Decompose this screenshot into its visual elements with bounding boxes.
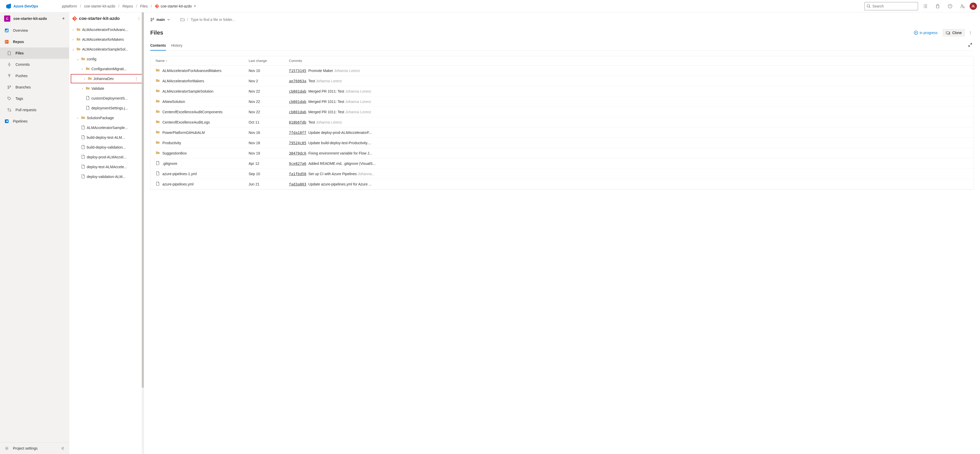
table-row[interactable]: ALMAcceleratorForAdvancedMakersNov 10f15… [151, 65, 974, 76]
tree-scrollbar[interactable] [142, 13, 144, 454]
tree-file[interactable]: build-deploy-test-ALM... [69, 133, 144, 142]
collapse-icon[interactable] [60, 446, 65, 451]
marketplace-icon-button[interactable] [932, 1, 943, 11]
commit-hash-link[interactable]: cb801dab [289, 100, 306, 104]
sidebar-item-pull-requests[interactable]: Pull requests [0, 104, 69, 116]
tab-history[interactable]: History [171, 41, 183, 51]
tree-folder[interactable]: › ConfigurationMigrati... [69, 64, 144, 74]
table-row[interactable]: PowerPlatformGitHubALMNov 167fda18ff Upd… [151, 127, 974, 138]
tab-contents[interactable]: Contents [150, 41, 166, 51]
tree-folder[interactable]: › ALMAcceleratorForAdvanc... [69, 25, 144, 35]
commit-hash-link[interactable]: f1573145 [289, 68, 306, 73]
commit-hash-link[interactable]: cb801dab [289, 110, 306, 114]
tree-folder[interactable]: › SolutionPackage [69, 113, 144, 123]
tree-file[interactable]: ALMAcceleratorSample... [69, 123, 144, 133]
commit-hash-link[interactable]: 79524c85 [289, 141, 306, 145]
boards-icon-button[interactable] [920, 1, 931, 11]
commit-hash-link[interactable]: cb801dab [289, 89, 306, 94]
tree-header[interactable]: coe-starter-kit-azdo ⋮ [69, 13, 144, 25]
tree-folder[interactable]: › ALMAcceleratorforMakers [69, 35, 144, 44]
tree-file[interactable]: build-deploy-validation... [69, 142, 144, 152]
last-change-date: Nov 2 [249, 79, 289, 83]
tree-file[interactable]: deploy-test-ALMAccele... [69, 162, 144, 172]
svg-point-4 [961, 5, 963, 6]
breadcrumb-org[interactable]: pplatform [62, 4, 77, 8]
chevron-down-icon [193, 5, 196, 8]
chevron-icon: › [83, 77, 86, 80]
sidebar-item-label: Repos [13, 40, 24, 44]
more-icon-button[interactable]: ⋮ [137, 16, 141, 21]
tree-folder[interactable]: ⌄ config [69, 54, 144, 64]
sidebar-item-label: Pushes [16, 74, 28, 78]
table-row[interactable]: .gitignoreApr 129ce827a6 Added README.md… [151, 159, 974, 169]
project-name: coe-starter-kit-azdo [13, 16, 59, 21]
sidebar-item-label: Branches [16, 85, 31, 89]
breadcrumb-project[interactable]: coe-starter-kit-azdo [84, 4, 115, 8]
tree-item-label: build-deploy-validation... [87, 145, 126, 149]
commit-hash-link[interactable]: fad3a803 [289, 182, 306, 186]
path-input[interactable] [191, 17, 974, 22]
breadcrumb-repos[interactable]: Repos [123, 4, 133, 8]
breadcrumb-sep: / [118, 4, 119, 8]
commit-hash-link[interactable]: 7fda18ff [289, 130, 306, 135]
file-name: azure-pipelines-1.yml [162, 172, 197, 176]
azure-devops-logo[interactable]: Azure DevOps [3, 3, 41, 9]
tree-folder[interactable]: ⌄ ALMAcceleratorSampleSol... [69, 44, 144, 54]
help-icon-button[interactable]: ? [945, 1, 955, 11]
breadcrumb-repo-selector[interactable]: coe-starter-kit-azdo [155, 4, 196, 8]
table-row[interactable]: SuggestionBoxNov 1938470dc6 Fixing envir… [151, 148, 974, 159]
commit-hash-link[interactable]: 9ce827a6 [289, 162, 306, 166]
col-name[interactable]: Name ↑ [156, 59, 249, 63]
search-box[interactable] [864, 2, 918, 10]
table-row[interactable]: CenterofExcellenceAuditComponentsNov 22c… [151, 107, 974, 117]
table-row[interactable]: ALMAcceleratorforMakersNov 2ae76063a Tes… [151, 76, 974, 86]
tree-file[interactable]: customDeploymentS... [69, 94, 144, 103]
breadcrumb-files[interactable]: Files [140, 4, 148, 8]
file-icon [156, 161, 160, 166]
add-button[interactable]: + [62, 16, 65, 21]
sidebar-item-commits[interactable]: Commits [0, 59, 69, 70]
sidebar-item-repos[interactable]: Repos [0, 36, 69, 48]
sidebar-item-pipelines[interactable]: Pipelines [0, 116, 69, 127]
table-row[interactable]: ALMAcceleratorSampleSolutionNov 22cb801d… [151, 86, 974, 97]
more-icon-button[interactable]: ⋮ [133, 76, 140, 81]
sidebar-item-branches[interactable]: Branches [0, 81, 69, 93]
tree-file[interactable]: deploymentSettings.j... [69, 103, 144, 113]
last-change-date: Jun 21 [249, 182, 289, 186]
tree-item-label: deploymentSettings.j... [91, 106, 128, 110]
project-switcher[interactable]: C coe-starter-kit-azdo + [0, 13, 69, 25]
table-row[interactable]: ANewSolutionNov 22cb801dab Merged PR 101… [151, 97, 974, 107]
chevron-icon: ⌄ [71, 48, 75, 51]
commit-hash-link[interactable]: 38470dc6 [289, 151, 306, 155]
commit-hash-link[interactable]: fa1fbd58 [289, 172, 306, 176]
tree-folder[interactable]: › JohannaDev⋮ [71, 74, 142, 83]
sidebar-item-overview[interactable]: Overview [0, 25, 69, 36]
table-row[interactable]: azure-pipelines.ymlJun 21fad3a803 Update… [151, 179, 974, 189]
table-row[interactable]: ProductivityNov 1879524c85 Update build-… [151, 138, 974, 148]
sidebar-item-project-settings[interactable]: Project settings [0, 443, 69, 454]
table-row[interactable]: CenterofExcellenceAuditLogsOct 11018b6fd… [151, 117, 974, 127]
avatar[interactable]: JL [970, 3, 977, 10]
col-last-change[interactable]: Last change [249, 59, 289, 63]
table-row[interactable]: azure-pipelines-1.ymlSep 10fa1fbd58 Set … [151, 169, 974, 179]
content-header: Files in progress Clone ⋮ [150, 29, 974, 37]
fullscreen-button[interactable] [967, 41, 974, 51]
sidebar-item-pushes[interactable]: Pushes [0, 70, 69, 81]
last-change-date: Sep 10 [249, 172, 289, 176]
branch-selector[interactable]: main [150, 17, 170, 22]
search-input[interactable] [872, 4, 918, 8]
tree-file[interactable]: deploy-validation-ALM... [69, 172, 144, 182]
commit-hash-link[interactable]: ae76063a [289, 79, 306, 83]
col-commits[interactable]: Commits [289, 59, 968, 63]
tree-folder[interactable]: › Validate [69, 84, 144, 94]
svg-point-21 [8, 108, 9, 110]
inprogress-link[interactable]: in progress [914, 31, 937, 35]
clone-button[interactable]: Clone [943, 29, 965, 37]
sidebar-item-tags[interactable]: Tags [0, 93, 69, 104]
more-actions-button[interactable]: ⋮ [967, 29, 974, 37]
commit-hash-link[interactable]: 018b6fdb [289, 120, 306, 124]
sidebar-item-files[interactable]: Files [0, 48, 69, 59]
file-name: PowerPlatformGitHubALM [162, 130, 205, 135]
tree-file[interactable]: deploy-prod-ALMAccel... [69, 152, 144, 162]
user-settings-icon-button[interactable] [957, 1, 967, 11]
